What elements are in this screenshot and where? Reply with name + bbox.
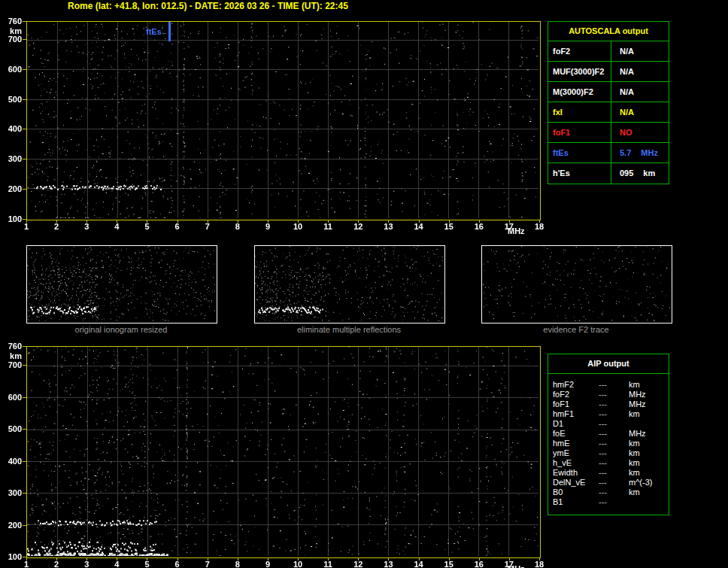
y-axis-tick-label: 200 bbox=[1, 521, 22, 530]
thumbnail-evidence-f2 bbox=[481, 245, 672, 323]
autoscala-table-row: foF1NO bbox=[548, 123, 669, 143]
aip-value: --- bbox=[599, 390, 629, 399]
x-axis-tick-label: 9 bbox=[259, 222, 277, 231]
x-axis-tick-label: 12 bbox=[349, 560, 367, 568]
aip-unit-label: km bbox=[629, 468, 669, 478]
autoscala-value: NO bbox=[620, 123, 632, 142]
aip-unit-label: km bbox=[629, 439, 669, 448]
aip-table-row: DelN_vE---m^(-3) bbox=[548, 478, 669, 488]
aip-table-row: B0---km bbox=[548, 488, 669, 497]
aip-table-row: foE---MHz bbox=[548, 429, 669, 439]
aip-unit-label: MHz bbox=[629, 399, 669, 409]
thumbnail-caption-eliminate: eliminate multiple reflections bbox=[254, 325, 444, 334]
aip-param-label: hmF2 bbox=[548, 380, 599, 390]
x-axis-tick-label: 2 bbox=[47, 222, 65, 231]
aip-table-row: ymE---km bbox=[548, 448, 669, 458]
ionogram-main-plot: ftEs bbox=[26, 21, 541, 220]
autoscala-table-row: MUF(3000)F2N/A bbox=[548, 62, 669, 82]
autoscala-param-label: ftEs bbox=[548, 143, 611, 163]
x-axis-tick-label: 18 bbox=[530, 222, 548, 231]
y-axis-tick-label: 760 bbox=[1, 17, 22, 26]
autoscala-value-cell: N/A bbox=[611, 62, 669, 81]
aip-table-body: hmF2---kmfoF2---MHzfoF1---MHzhmF1---kmD1… bbox=[548, 374, 669, 515]
aip-unit-label bbox=[629, 497, 669, 507]
aip-value: --- bbox=[599, 419, 629, 429]
aip-unit-label bbox=[629, 419, 669, 429]
aip-unit-label: km bbox=[629, 488, 669, 497]
y-axis-tick-label: 300 bbox=[1, 488, 22, 497]
x-axis-tick-label: 11 bbox=[319, 222, 337, 231]
x-axis-tick-label: 17 bbox=[500, 560, 518, 568]
aip-param-label: h_vE bbox=[548, 458, 599, 468]
autoscala-value: 5.7 bbox=[620, 143, 631, 163]
x-axis-tick-label: 17 bbox=[500, 222, 518, 231]
x-axis-tick-label: 6 bbox=[168, 222, 187, 231]
autoscala-value: N/A bbox=[620, 41, 634, 61]
aip-table-row: h_vE---km bbox=[548, 458, 669, 468]
y-axis-tick-label: 400 bbox=[1, 124, 22, 133]
aip-value: --- bbox=[599, 468, 629, 478]
aip-param-label: ymE bbox=[548, 448, 599, 458]
x-axis-tick-label: 4 bbox=[108, 560, 126, 568]
y-axis-tick-label: 600 bbox=[1, 65, 22, 74]
x-axis-tick-label: 14 bbox=[410, 560, 428, 568]
autoscala-value-cell: N/A bbox=[611, 82, 669, 102]
aip-unit-label: m^(-3) bbox=[629, 478, 669, 488]
aip-value: --- bbox=[599, 429, 629, 439]
aip-param-label: foF1 bbox=[548, 399, 599, 409]
x-axis-tick-label: 15 bbox=[440, 560, 458, 568]
autoscala-table-row: h'Es095km bbox=[548, 163, 669, 184]
aip-value: --- bbox=[599, 439, 629, 448]
aip-value: --- bbox=[599, 497, 629, 507]
autoscala-value: N/A bbox=[620, 82, 634, 102]
aip-table-title: AIP output bbox=[548, 354, 669, 374]
x-axis-tick-label: 18 bbox=[530, 560, 548, 568]
thumbnail-caption-original: original ionogram resized bbox=[26, 325, 216, 334]
x-axis-tick-label: 14 bbox=[410, 222, 428, 231]
x-axis-tick-label: 12 bbox=[349, 222, 367, 231]
ftes-marker-line bbox=[168, 22, 171, 41]
x-axis-tick-label: 3 bbox=[77, 222, 96, 231]
autoscala-value: 095 bbox=[620, 163, 633, 184]
x-axis-tick-label: 6 bbox=[168, 560, 187, 568]
y-axis-tick-label: 760 bbox=[1, 342, 22, 351]
autoscala-value-cell: N/A bbox=[611, 102, 669, 122]
autoscala-value: N/A bbox=[620, 62, 634, 81]
aip-table-row: hmF2---km bbox=[548, 380, 669, 390]
autoscala-value-unit: km bbox=[643, 163, 655, 184]
thumbnail-evidence-canvas bbox=[482, 246, 670, 321]
thumbnail-eliminate-canvas bbox=[255, 246, 443, 321]
autoscala-param-label: fxI bbox=[548, 102, 611, 122]
aip-table-row: D1--- bbox=[548, 419, 669, 429]
aip-table-row: foF1---MHz bbox=[548, 399, 669, 409]
aip-value: --- bbox=[599, 488, 629, 497]
aip-unit-label: km bbox=[629, 380, 669, 390]
x-axis-tick-label: 7 bbox=[199, 222, 217, 231]
thumbnail-caption-evidence: evidence F2 trace bbox=[481, 325, 671, 334]
aip-value: --- bbox=[599, 380, 629, 390]
autoscala-table-title: AUTOSCALA output bbox=[548, 22, 669, 41]
x-axis-tick-label: 3 bbox=[77, 560, 96, 568]
aip-param-label: D1 bbox=[548, 419, 599, 429]
autoscala-value-cell: NO bbox=[611, 123, 669, 142]
autoscala-output-table: AUTOSCALA output foF2N/AMUF(3000)F2N/AM(… bbox=[548, 21, 669, 184]
autoscala-param-label: M(3000)F2 bbox=[548, 82, 611, 102]
aip-param-label: Ewidth bbox=[548, 468, 599, 478]
ionogram-aip-plot bbox=[26, 346, 541, 558]
aip-unit-label: km bbox=[629, 458, 669, 468]
y-axis-tick-label: 100 bbox=[1, 552, 22, 561]
x-axis-unit-label: MHz bbox=[508, 226, 525, 235]
aip-value: --- bbox=[599, 478, 629, 488]
x-axis-tick-label: 1 bbox=[17, 560, 35, 568]
aip-unit-label: km bbox=[629, 409, 669, 419]
autoscala-table-body: foF2N/AMUF(3000)F2N/AM(3000)F2N/AfxIN/Af… bbox=[548, 41, 669, 184]
x-axis-tick-label: 11 bbox=[319, 560, 337, 568]
page-title: Rome (lat: +41.8, lon: 012.5) - DATE: 20… bbox=[68, 1, 348, 11]
aip-table-row: B1--- bbox=[548, 497, 669, 507]
aip-param-label: foE bbox=[548, 429, 599, 439]
aip-value: --- bbox=[599, 409, 629, 419]
autoscala-param-label: MUF(3000)F2 bbox=[548, 62, 611, 81]
aip-unit-label: MHz bbox=[629, 390, 669, 399]
y-axis-tick-label: 500 bbox=[1, 424, 22, 433]
autoscala-value: N/A bbox=[620, 102, 634, 122]
